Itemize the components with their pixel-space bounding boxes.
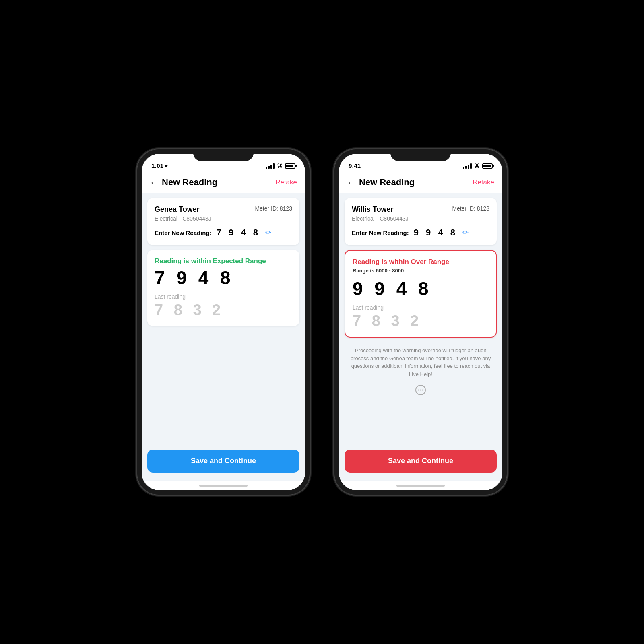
status-card-1: Reading is within Expected Range 7 9 4 8… [147,250,299,326]
signal-bar-4 [273,163,275,169]
meter-card-1: Genea Tower Meter ID: 8123 Electrical - … [147,198,299,245]
save-button-2[interactable]: Save and Continue [345,450,497,473]
spacer-1 [142,331,305,450]
nav-left-1: ← New Reading [150,177,217,188]
status-reading-1: 7 9 4 8 [155,267,292,289]
status-time-1: 1:01 ▶ [151,162,168,169]
nav-left-2: ← New Reading [347,177,415,188]
signal-bars-1 [266,163,275,169]
battery-icon-1 [285,163,295,169]
status-title-1: Reading is within Expected Range [155,257,292,265]
page-title-1: New Reading [162,177,217,188]
last-reading-label-1: Last reading [155,293,292,300]
time-display-2: 9:41 [349,162,361,169]
status-icons-1: ⌘ [266,163,295,169]
status-card-2: Reading is within Over Range Range is 60… [345,250,497,338]
signal-bar-1 [266,167,267,169]
meter-name-1: Genea Tower [155,205,200,214]
svg-point-3 [422,390,423,391]
save-button-1[interactable]: Save and Continue [147,450,299,473]
retake-button-2[interactable]: Retake [473,178,494,186]
signal-bar-8 [470,163,472,169]
meter-id-2: Meter ID: 8123 [452,205,489,212]
reading-value-1: 7 9 4 8 [217,227,260,238]
meter-type-2: Electrical - C8050443J [352,215,489,222]
phone-2-screen: 9:41 ⌘ [339,154,502,490]
status-title-2: Reading is within Over Range [353,258,489,266]
page-title-2: New Reading [359,177,415,188]
edit-icon-2[interactable]: ✏ [462,228,469,237]
meter-header-1: Genea Tower Meter ID: 8123 [155,205,292,214]
app-content-1: ← New Reading Retake Genea Tower Meter I… [142,171,305,481]
meter-reading-row-1: Enter New Reading: 7 9 4 8 ✏ [155,227,292,238]
reading-value-2: 9 9 4 8 [414,227,458,238]
phone-1-screen: 1:01 ▶ ⌘ [142,154,305,490]
phone-1: 1:01 ▶ ⌘ [137,149,310,495]
last-reading-value-1: 7 8 3 2 [155,301,292,319]
edit-icon-1[interactable]: ✏ [265,228,271,237]
home-indicator-1 [142,481,305,490]
battery-icon-2 [482,163,493,169]
signal-bar-2 [268,166,270,169]
home-indicator-2 [339,481,502,490]
wifi-icon-2: ⌘ [474,163,480,169]
location-arrow-1: ▶ [165,163,168,168]
last-reading-value-2: 7 8 3 2 [353,312,489,330]
phones-container: 1:01 ▶ ⌘ [137,149,507,495]
battery-fill-1 [286,165,293,167]
spacer-2 [339,402,502,450]
signal-bars-2 [463,163,472,169]
last-reading-label-2: Last reading [353,304,489,311]
signal-bar-5 [463,167,464,169]
app-content-2: ← New Reading Retake Willis Tower Meter … [339,171,502,481]
meter-name-2: Willis Tower [352,205,394,214]
nav-bar-2: ← New Reading Retake [339,171,502,193]
reading-label-1: Enter New Reading: [155,229,212,236]
battery-fill-2 [483,165,491,167]
meter-reading-row-2: Enter New Reading: 9 9 4 8 ✏ [352,227,489,238]
reading-label-2: Enter New Reading: [352,229,409,236]
home-bar-2 [396,485,445,487]
meter-header-2: Willis Tower Meter ID: 8123 [352,205,489,214]
meter-card-2: Willis Tower Meter ID: 8123 Electrical -… [345,198,497,245]
phone-2: 9:41 ⌘ [334,149,507,495]
retake-button-1[interactable]: Retake [275,178,297,186]
status-time-2: 9:41 [349,162,361,169]
back-button-2[interactable]: ← [347,178,355,187]
nav-bar-1: ← New Reading Retake [142,171,305,193]
meter-id-1: Meter ID: 8123 [255,205,292,212]
status-icons-2: ⌘ [463,163,493,169]
meter-type-1: Electrical - C8050443J [155,215,292,222]
notch-2 [390,149,451,161]
notch-1 [193,149,254,161]
signal-bar-3 [270,165,272,169]
back-button-1[interactable]: ← [150,178,158,187]
signal-bar-6 [465,166,467,169]
svg-point-1 [418,390,419,391]
signal-bar-7 [468,165,469,169]
warning-text-2: Proceeding with the warning override wil… [339,343,502,382]
status-reading-2: 9 9 4 8 [353,278,489,299]
range-info-2: Range is 6000 - 8000 [353,268,489,274]
time-display-1: 1:01 [151,162,163,169]
home-bar-1 [199,485,248,487]
chat-icon-2 [339,384,502,398]
svg-point-2 [420,390,421,391]
wifi-icon-1: ⌘ [277,163,283,169]
